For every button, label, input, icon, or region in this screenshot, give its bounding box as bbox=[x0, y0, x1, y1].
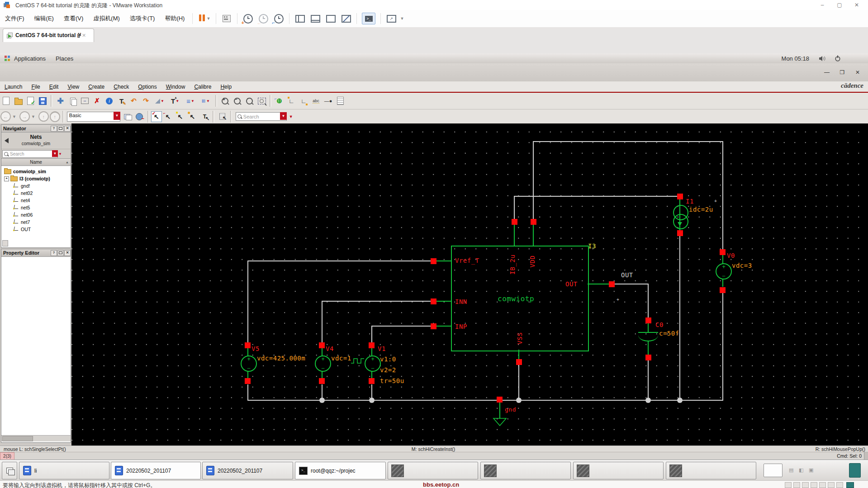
tree-item-top[interactable]: comwiotp_sim bbox=[4, 168, 46, 175]
pin-label-inp[interactable]: INP bbox=[455, 323, 467, 330]
menu-file[interactable]: File bbox=[27, 84, 44, 90]
c0-property[interactable]: c=50f bbox=[659, 330, 679, 337]
property-editor-close-button[interactable]: ✕ bbox=[64, 250, 71, 256]
v4-property[interactable]: vdc=1 bbox=[331, 355, 351, 362]
wire[interactable] bbox=[247, 261, 248, 343]
zoom-out-button[interactable]: − bbox=[231, 95, 243, 107]
tree-item-net[interactable]: OUT bbox=[14, 226, 31, 232]
navigator-close-button[interactable]: ✕ bbox=[64, 126, 71, 132]
probe-button[interactable]: —● bbox=[322, 95, 334, 107]
wire-name-button[interactable]: abc bbox=[310, 95, 322, 107]
stretch-guest-button[interactable]: ↗ bbox=[386, 13, 397, 24]
i1-idc-symbol[interactable] bbox=[673, 214, 688, 229]
v1-property-2[interactable]: v2=2 bbox=[380, 366, 396, 374]
pin-label-out[interactable]: OUT bbox=[565, 280, 578, 288]
pin[interactable] bbox=[245, 378, 251, 384]
taskbar-item-image[interactable] bbox=[388, 462, 478, 479]
forward-button[interactable]: → bbox=[19, 111, 30, 122]
v1-name[interactable]: V1 bbox=[378, 345, 386, 352]
taskbar-item[interactable]: 20220502_201107 bbox=[202, 462, 293, 479]
unity-button[interactable] bbox=[341, 13, 351, 24]
taskbar-item-image[interactable] bbox=[480, 462, 571, 479]
virtuoso-maximize-button[interactable]: ❒ bbox=[837, 69, 847, 76]
expand-icon[interactable]: + bbox=[4, 176, 9, 181]
v5-name[interactable]: V5 bbox=[251, 345, 260, 352]
menu-window[interactable]: Window bbox=[161, 84, 190, 90]
pin[interactable] bbox=[512, 219, 517, 225]
wire[interactable] bbox=[514, 196, 515, 219]
device-usb-icon[interactable] bbox=[819, 482, 826, 488]
options-world-button[interactable]: − bbox=[133, 110, 146, 123]
applications-menu[interactable]: Applications bbox=[14, 55, 46, 62]
v5-property[interactable]: vdc=425.000m bbox=[257, 355, 305, 362]
pin[interactable] bbox=[645, 317, 651, 323]
pin[interactable] bbox=[319, 342, 325, 348]
pin[interactable] bbox=[431, 258, 436, 264]
menu-help[interactable]: Help bbox=[216, 84, 236, 90]
wire[interactable] bbox=[371, 326, 434, 327]
console-view-button[interactable]: >_ bbox=[362, 13, 375, 24]
schematic-canvas[interactable]: + + Vref_T INN INP IB_2u VDD VSS OUT com… bbox=[71, 123, 868, 445]
device-printer-icon[interactable] bbox=[828, 482, 835, 488]
c0-top-plate[interactable] bbox=[638, 332, 658, 333]
ctrl-alt-del-button[interactable] bbox=[221, 13, 232, 24]
pin-stub[interactable] bbox=[436, 261, 451, 261]
v4-name[interactable]: V4 bbox=[326, 345, 334, 352]
tray-icon[interactable]: ▣ bbox=[809, 467, 813, 473]
volume-icon[interactable] bbox=[819, 56, 826, 62]
pin-label-inn[interactable]: INN bbox=[455, 298, 467, 305]
fullscreen-button[interactable] bbox=[325, 13, 336, 24]
menu-help[interactable]: 帮助(H) bbox=[160, 14, 190, 23]
pin[interactable] bbox=[497, 397, 503, 403]
v0-property[interactable]: vdc=3 bbox=[732, 262, 752, 269]
taskbar-input-box[interactable] bbox=[764, 464, 783, 477]
wire[interactable] bbox=[247, 384, 248, 400]
undo-button[interactable]: ↶ bbox=[128, 95, 140, 107]
zoom-to-selected-button[interactable]: ▫ bbox=[243, 95, 256, 107]
tree-item-instance[interactable]: +I3 (comwiotp) bbox=[4, 175, 50, 182]
tree-item-net[interactable]: gnd! bbox=[14, 183, 30, 189]
out-wire[interactable] bbox=[615, 284, 649, 284]
pin[interactable] bbox=[720, 249, 726, 255]
pin-label-vss[interactable]: VSS bbox=[516, 325, 523, 352]
taskbar-color-button[interactable] bbox=[849, 463, 861, 478]
partial-select-button[interactable]: ↖⌐ bbox=[162, 110, 174, 123]
navigator-search-options[interactable]: ▼ bbox=[58, 152, 62, 156]
property-select-button[interactable]: ↖ bbox=[216, 110, 228, 123]
open-button[interactable] bbox=[12, 95, 24, 107]
tree-item-net[interactable]: net7 bbox=[14, 219, 30, 225]
pause-button[interactable] bbox=[198, 14, 205, 23]
ground-rail-wire[interactable] bbox=[247, 400, 723, 401]
v1-property-3[interactable]: tr=50u bbox=[380, 377, 404, 384]
move-button[interactable]: ✚ bbox=[54, 95, 66, 107]
tree-item-net[interactable]: net5 bbox=[14, 204, 30, 211]
pin[interactable] bbox=[431, 323, 436, 329]
v0-name[interactable]: V0 bbox=[727, 252, 735, 259]
tray-icon[interactable]: ◧ bbox=[799, 467, 803, 473]
menu-tabs[interactable]: 选项卡(T) bbox=[125, 14, 160, 23]
notes-button[interactable] bbox=[334, 95, 346, 107]
navigator-titlebar[interactable]: Navigator ? ✕ bbox=[1, 125, 71, 133]
pin[interactable] bbox=[319, 378, 325, 384]
places-menu[interactable]: Places bbox=[56, 55, 73, 62]
device-network-icon[interactable] bbox=[811, 482, 817, 488]
gnd-stem[interactable] bbox=[499, 400, 500, 418]
fit-view-button[interactable] bbox=[256, 95, 268, 107]
device-display-icon[interactable] bbox=[846, 482, 854, 488]
v5-vdc-symbol[interactable] bbox=[241, 355, 257, 372]
property-editor-help-button[interactable]: ? bbox=[51, 250, 57, 256]
menu-options[interactable]: Options bbox=[133, 84, 161, 90]
new-cellview-button[interactable] bbox=[0, 95, 12, 107]
wire[interactable] bbox=[722, 292, 723, 400]
v1-property-1[interactable]: v1:0 bbox=[380, 355, 396, 363]
top-hierarchy-button[interactable]: ↑ bbox=[50, 111, 60, 122]
property-editor-hscrollbar[interactable] bbox=[1, 435, 71, 441]
gnd-symbol[interactable] bbox=[493, 417, 507, 426]
net-label-out[interactable]: OUT bbox=[621, 271, 633, 279]
copy-button[interactable] bbox=[66, 95, 79, 107]
pin-label-ib2u[interactable]: IB_2u bbox=[509, 251, 516, 278]
pin-label-vref[interactable]: Vref_T bbox=[455, 257, 479, 264]
align-button[interactable]: ≡▼ bbox=[183, 95, 198, 107]
minimize-button[interactable]: – bbox=[815, 1, 830, 9]
pin[interactable] bbox=[677, 194, 683, 199]
